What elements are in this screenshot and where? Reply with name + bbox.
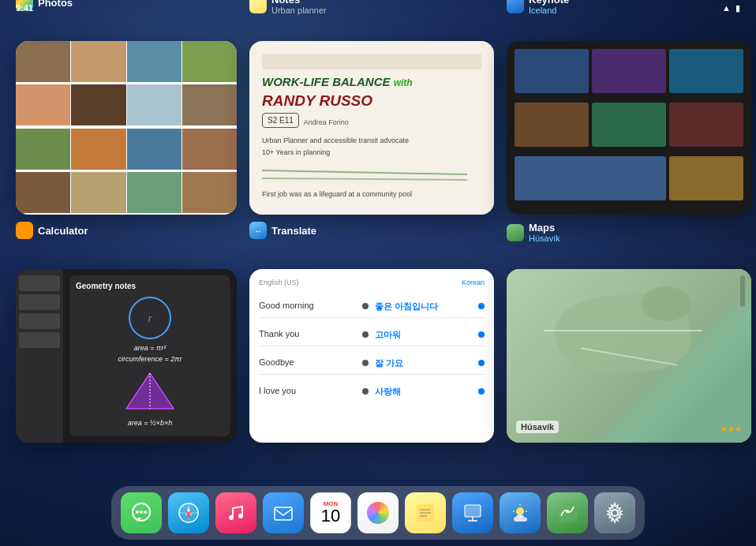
- translate-dot-2: [362, 331, 369, 338]
- formula-area: area = πr²: [76, 344, 224, 352]
- triangle-diagram: h w: [118, 369, 182, 413]
- translate-dot-4: [362, 388, 369, 395]
- translate-target-lang: Korean: [462, 279, 485, 286]
- dock: MON 10: [111, 486, 645, 540]
- dock-maps-icon[interactable]: [547, 492, 588, 533]
- svg-rect-23: [465, 505, 481, 517]
- translate-blue-dot-1: [478, 303, 485, 309]
- dock-weather-icon[interactable]: [500, 492, 541, 533]
- translate-dot-1: [362, 303, 369, 309]
- notes-episode-row: S2 E11 Andrea Forino: [262, 113, 481, 133]
- map-stars: ★★★: [720, 424, 742, 433]
- calculator-card[interactable]: Geometry notes r area = πr² circumferenc…: [16, 269, 237, 443]
- calculator-notebook: Geometry notes r area = πr² circumferenc…: [69, 275, 230, 436]
- slide-4: [515, 103, 589, 147]
- notes-card[interactable]: WORK-LIFE BALANCE with RANDY RUSSO S2 E1…: [249, 41, 494, 215]
- translate-row-2: Thank you 고마워: [259, 324, 485, 346]
- slide-7: [515, 156, 666, 200]
- sidebar-item-3: [19, 313, 60, 329]
- music-icon: [223, 500, 249, 525]
- notes-person-name: RANDY RUSSO: [262, 92, 481, 110]
- dock-photos-icon[interactable]: [357, 492, 399, 533]
- dock-mail-icon[interactable]: [263, 492, 304, 533]
- calendar-date-number: 10: [321, 507, 340, 525]
- keynote-slides: [507, 41, 751, 215]
- map-scrollbar: [740, 275, 745, 307]
- photo-1: [16, 41, 70, 84]
- photo-2: [71, 41, 125, 84]
- sidebar-item-2: [19, 294, 60, 310]
- translate-app-icon: ↔: [249, 222, 267, 239]
- photos-card[interactable]: [16, 41, 237, 215]
- translate-card[interactable]: English (US) Korean Good morning 좋은 아침입니…: [249, 269, 494, 443]
- notes-card-wrapper: Notes Urban planner WORK-LIFE BALANCE wi…: [249, 16, 494, 231]
- svg-point-26: [516, 507, 524, 515]
- translate-target-1: 좋은 아침입니다: [375, 301, 472, 312]
- photo-16: [182, 172, 237, 215]
- calculator-app-title: Calculator: [38, 225, 88, 237]
- svg-line-1: [262, 178, 467, 180]
- svg-marker-2: [126, 373, 174, 409]
- photo-13: [16, 172, 70, 215]
- calculator-app-header: Calculator: [16, 222, 88, 239]
- translate-blue-dot-2: [478, 331, 485, 338]
- notes-body: Urban Planner and accessible transit adv…: [262, 136, 481, 146]
- maps-app-icon: [507, 224, 524, 241]
- notes-sketch: [262, 163, 481, 189]
- svg-line-0: [262, 170, 467, 174]
- translate-target-4: 사랑해: [375, 386, 472, 398]
- maps-app-subtitle: Húsavík: [529, 234, 560, 243]
- photo-7: [127, 84, 182, 127]
- svg-rect-18: [275, 507, 292, 520]
- photo-6: [71, 84, 125, 127]
- notes-main-heading: WORK-LIFE BALANCE with: [262, 76, 481, 89]
- photo-15: [127, 172, 182, 215]
- photo-10: [71, 129, 125, 171]
- translate-row-3: Goodbye 잘 가요: [259, 353, 485, 375]
- dock-safari-icon[interactable]: [168, 492, 209, 533]
- calculator-app-icon: [16, 222, 33, 239]
- dock-calendar-icon[interactable]: MON 10: [310, 492, 351, 533]
- translate-content: English (US) Korean Good morning 좋은 아침입니…: [249, 269, 494, 443]
- map-city-label: Húsavík: [516, 421, 559, 433]
- wifi-icon: ▲: [722, 3, 731, 13]
- keynote-card[interactable]: [507, 41, 751, 215]
- calendar-content: MON 10: [321, 501, 340, 525]
- circle-diagram: r: [129, 297, 171, 339]
- notes-sketch-svg: [262, 163, 467, 186]
- maps-dock-icon: [555, 500, 580, 525]
- safari-icon: [176, 500, 201, 525]
- sidebar-item-4: [19, 332, 60, 348]
- maps-card[interactable]: Húsavík ★★★: [507, 269, 751, 443]
- notes-episode-box: S2 E11: [262, 113, 299, 128]
- notes-author: Andrea Forino: [304, 118, 349, 126]
- calculator-formulas: r area = πr² circumference = 2πr h w are…: [76, 294, 224, 430]
- dock-notes-icon[interactable]: [405, 492, 446, 533]
- dock-music-icon[interactable]: [215, 492, 256, 533]
- map-background: [507, 269, 751, 443]
- messages-icon: [129, 500, 154, 525]
- maps-app-header: Maps Húsavík: [507, 222, 560, 243]
- dock-settings-icon[interactable]: [594, 492, 635, 533]
- translate-card-wrapper: ↔ Translate English (US) Korean Good mor…: [249, 244, 494, 459]
- photo-3: [127, 41, 182, 84]
- translate-header: English (US) Korean: [259, 279, 485, 286]
- svg-point-7: [136, 510, 139, 514]
- photo-9: [16, 129, 70, 171]
- photo-12: [182, 129, 237, 171]
- translate-blue-dot-3: [478, 360, 485, 366]
- translate-source-2: Thank you: [259, 329, 356, 338]
- slide-2: [592, 49, 666, 93]
- mail-icon: [271, 500, 296, 525]
- dock-messages-icon[interactable]: [121, 492, 162, 533]
- battery-icon: ▮: [735, 3, 740, 13]
- formula-triangle: area = ½×b×h: [76, 419, 224, 427]
- dock-keynote-icon[interactable]: [452, 492, 493, 533]
- slide-5: [592, 103, 666, 147]
- translate-row-4: I love you 사랑해: [259, 381, 485, 402]
- photo-4: [182, 41, 237, 84]
- svg-point-33: [612, 510, 618, 516]
- notes-icon: [413, 500, 438, 525]
- settings-icon: [602, 500, 627, 525]
- translate-source-3: Goodbye: [259, 357, 356, 367]
